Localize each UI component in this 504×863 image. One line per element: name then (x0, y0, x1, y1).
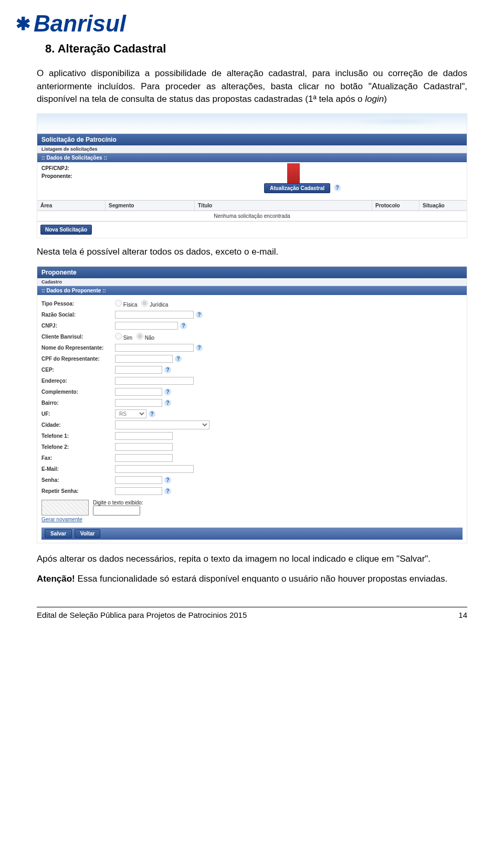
razao-social-input[interactable] (115, 311, 194, 319)
help-icon[interactable]: ? (196, 311, 203, 318)
help-icon[interactable]: ? (180, 322, 187, 329)
cliente-nao-radio[interactable]: Não (136, 333, 154, 341)
cpf-rep-label: CPF do Representante: (41, 356, 115, 362)
telefone2-label: Telefone 2: (41, 444, 115, 450)
panel2-title: Proponente (37, 267, 467, 278)
col-titulo: Título (195, 201, 372, 211)
panel-subtitle: Listagem de solicitações (37, 145, 467, 153)
help-icon[interactable]: ? (164, 388, 171, 395)
results-grid: Área Segmento Título Protocolo Situação … (37, 200, 467, 222)
col-protocolo: Protocolo (372, 201, 419, 211)
atualizacao-cadastral-button[interactable]: Atualização Cadastral (264, 183, 330, 193)
salvar-button[interactable]: Salvar (45, 529, 72, 538)
help-icon[interactable]: ? (175, 355, 182, 362)
bairro-label: Bairro: (41, 400, 115, 406)
help-icon[interactable]: ? (334, 184, 341, 191)
repetir-senha-label: Repetir Senha: (41, 488, 115, 494)
tipo-pessoa-label: Tipo Pessoa: (41, 301, 115, 307)
banrisul-logo: ✱ Banrisul (0, 0, 504, 42)
header-wave (37, 114, 467, 134)
captcha-image (41, 500, 89, 515)
intro-paragraph: O aplicativo disponibiliza a possibilida… (37, 67, 467, 106)
fax-input[interactable] (115, 454, 173, 462)
help-icon[interactable]: ? (164, 477, 171, 483)
endereco-input[interactable] (115, 377, 194, 385)
cpf-cnpj-label: CPF/CNPJ: (41, 165, 79, 171)
help-icon[interactable]: ? (164, 399, 171, 406)
senha-label: Senha: (41, 477, 115, 483)
cnpj-label: CNPJ: (41, 323, 115, 329)
help-icon[interactable]: ? (196, 344, 203, 351)
cliente-banrisul-label: Cliente Banrisul: (41, 334, 115, 340)
after-paragraph-1: Após alterar os dados necessários, repit… (37, 553, 467, 566)
logo-mark-icon: ✱ (16, 13, 30, 34)
help-icon[interactable]: ? (164, 488, 171, 494)
fax-label: Fax: (41, 455, 115, 461)
cidade-select[interactable] (115, 420, 209, 429)
attention-label: Atenção! (37, 574, 75, 584)
complemento-input[interactable] (115, 388, 162, 396)
gerar-novamente-link[interactable]: Gerar novamente (41, 517, 463, 522)
attention-paragraph: Atenção! Essa funcionalidade só estará d… (37, 573, 467, 586)
help-icon[interactable]: ? (164, 366, 171, 373)
telefone1-input[interactable] (115, 432, 173, 440)
screenshot-proponente: Proponente Cadastro :: Dados do Proponen… (37, 266, 467, 543)
cpf-rep-input[interactable] (115, 355, 173, 363)
mid-paragraph: Nesta tela é possível alterar todos os d… (37, 246, 467, 259)
bairro-input[interactable] (115, 399, 162, 407)
nome-rep-label: Nome do Representante: (41, 345, 115, 351)
panel2-section: :: Dados do Proponente :: (37, 286, 467, 295)
section-heading: 8. Alteração Cadastral (45, 42, 467, 56)
col-segmento: Segmento (106, 201, 195, 211)
tipo-fisica-radio[interactable]: Física (115, 300, 137, 308)
page-number: 14 (458, 611, 467, 619)
email-label: E-Mail: (41, 466, 115, 472)
nova-solicitacao-button[interactable]: Nova Solicitação (40, 225, 92, 235)
cep-label: CEP: (41, 367, 115, 373)
col-situacao: Situação (419, 201, 467, 211)
uf-label: UF: (41, 411, 115, 417)
red-arrow-icon (287, 163, 300, 185)
razao-social-label: Razão Social: (41, 312, 115, 318)
senha-input[interactable] (115, 476, 162, 484)
uf-select[interactable]: RS (115, 409, 146, 418)
page-footer: Edital de Seleção Pública para Projetos … (37, 607, 467, 619)
grid-empty-msg: Nenhuma solicitação encontrada (37, 211, 467, 222)
repetir-senha-input[interactable] (115, 487, 162, 495)
logo-text: Banrisul (34, 10, 126, 37)
complemento-label: Complemento: (41, 389, 115, 395)
panel2-subtitle: Cadastro (37, 278, 467, 286)
section-bar: :: Dados de Solicitações :: (37, 153, 467, 162)
endereco-label: Endereço: (41, 378, 115, 384)
cep-input[interactable] (115, 366, 162, 374)
cidade-label: Cidade: (41, 422, 115, 428)
help-icon[interactable]: ? (149, 411, 155, 417)
col-area: Área (37, 201, 106, 211)
proponente-label: Proponente: (41, 173, 79, 179)
footer-text: Edital de Seleção Pública para Projetos … (37, 611, 247, 619)
screenshot-solicitacao: Solicitação de Patrocínio Listagem de so… (37, 113, 467, 238)
email-input[interactable] (115, 465, 194, 473)
captcha-input[interactable] (93, 506, 140, 515)
tipo-juridica-radio[interactable]: Jurídica (141, 300, 168, 308)
panel-title: Solicitação de Patrocínio (37, 134, 467, 145)
telefone2-input[interactable] (115, 443, 173, 451)
telefone1-label: Telefone 1: (41, 433, 115, 439)
cliente-sim-radio[interactable]: Sim (115, 333, 132, 341)
cnpj-input[interactable] (115, 322, 178, 330)
captcha-label: Digite o texto exibido: (93, 500, 143, 506)
voltar-button[interactable]: Voltar (75, 529, 101, 538)
nome-rep-input[interactable] (115, 344, 194, 352)
